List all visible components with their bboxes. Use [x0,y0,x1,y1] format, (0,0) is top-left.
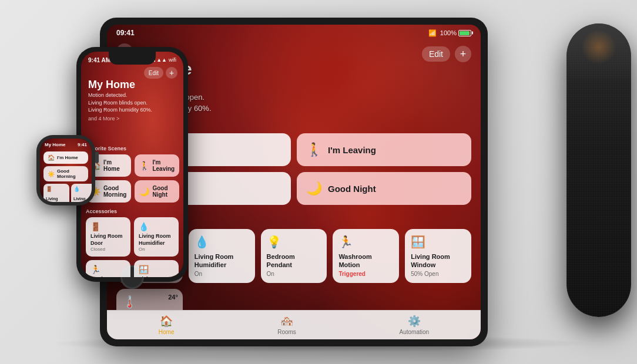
tab-rooms-icon: 🏘️ [280,315,293,328]
tab-rooms-label: Rooms [277,329,296,335]
watch-title: My Home [45,142,66,147]
watch-content: 🏠 I'm Home ☀️ Good Morning 🚪 Living Room… [43,151,88,202]
iphone-more-link[interactable]: and 4 More > [88,116,152,122]
iphone-leaving-label: I'm Leaving [152,159,175,172]
iphone-humid-name: Living Room Humidifier [139,233,174,247]
ipad-leaving-scene-label: I'm Leaving [328,145,376,155]
ipad-status-bar: 09:41 📶 100% [107,25,481,41]
ipad-pendant-icon: 💡 [267,235,321,249]
watch-morning-icon: ☀️ [48,171,55,177]
ipad-status-icons: 📶 100% [428,29,471,37]
iphone-add-button[interactable]: + [166,67,177,79]
ipad-motion-name: Washroom Motion [338,252,393,269]
ipad-motion-status: Triggered [338,271,393,277]
ipad-humid-icon: 💧 [195,235,249,249]
ipad-acc-temp[interactable]: 24° 🌡️ Living Room Temperature [116,289,183,310]
iphone-scene-leaving[interactable]: 🚶 I'm Leaving [135,154,179,177]
ipad-scene-night[interactable]: 🌙 Good Night [297,172,471,205]
ipad-edit-button[interactable]: Edit [422,46,450,62]
iphone-edit-button[interactable]: Edit [144,67,163,79]
iphone-motion-name: Washroom Motion [90,276,126,277]
iphone-humid-status: On [139,247,174,252]
iphone-acc-humid[interactable]: 💧 Living Room Humidifier On [134,217,179,257]
iphone-window-icon: 🪟 [139,265,174,274]
ipad-pendant-name: Bedroom Pendant [267,252,321,269]
ipad-window-icon: 🪟 [411,235,465,249]
ipad-window-name: Living Room Window [411,252,465,269]
iphone-leaving-icon: 🚶 [139,161,149,170]
ipad-humid-name: Living Room Humidifier [195,252,249,269]
wifi-icon: wifi [169,57,176,63]
iphone-motion-icon: 🏃 [90,265,126,274]
watch-home-icon: 🏠 [48,154,55,161]
ipad-acc-window[interactable]: 🪟 Living Room Window 50% Open [405,229,471,283]
iphone-night-label: Good Night [152,185,175,198]
tab-home[interactable]: 🏠 Home [159,315,175,335]
iphone-acc-door[interactable]: 🚪 Living Room Door Closed [86,217,130,257]
ipad-motion-icon: 🏃 [338,235,393,249]
ipad-night-scene-label: Good Night [328,184,376,194]
iphone-controls: Edit + [144,67,177,79]
iphone-door-status: Closed [90,247,126,252]
iphone-scene-night[interactable]: 🌙 Good Night [135,180,179,203]
ipad-battery: 100% [440,29,471,36]
watch-home-label: I'm Home [57,155,78,160]
ipad-bluetooth-icon: 📶 [428,29,437,37]
ipad-time: 09:41 [116,29,135,37]
ipad-pendant-status: On [267,271,321,277]
iphone-main-title: My Home [88,79,152,91]
tab-home-label: Home [159,329,175,335]
tab-automation[interactable]: ⚙️ Automation [400,315,430,335]
iphone-night-icon: 🌙 [139,187,149,196]
ipad-scene-leaving[interactable]: 🚶 I'm Leaving [297,133,471,166]
ipad-acc-pendant[interactable]: 💡 Bedroom Pendant On [261,229,327,283]
tab-automation-label: Automation [400,329,430,335]
watch-time: 9:41 [78,142,87,147]
watch-acc-door[interactable]: 🚪 Living Room Door [43,184,69,202]
iphone-humid-icon: 💧 [139,222,174,231]
iphone-door-icon: 🚪 [90,222,126,231]
ipad-window-status: 50% Open [411,271,465,277]
watch-scene-morning[interactable]: ☀️ Good Morning [43,166,88,181]
ipad-acc-motion[interactable]: 🏃 Washroom Motion Triggered [333,229,399,283]
ipad-humid-status: On [195,271,249,277]
iphone-title-area: My Home Motion detected.Living Room blin… [88,79,152,122]
homepod-body [566,23,631,317]
ipad-temp-value: 24° [168,294,178,301]
homepod-glow [581,29,616,65]
tab-automation-icon: ⚙️ [408,315,421,328]
ipad-leaving-scene-icon: 🚶 [306,142,322,157]
watch-crown [95,151,99,163]
iphone-acc-motion[interactable]: 🏃 Washroom Motion [86,260,130,277]
battery-pct-label: 100% [440,29,457,36]
iphone-time: 9:41 AM [88,57,110,63]
iphone-home-label: I'm Home [103,159,126,172]
iphone-acc-window[interactable]: 🪟 Living Room Window [134,260,179,277]
ipad-acc-humid[interactable]: 💧 Living Room Humidifier On [189,229,255,283]
tab-rooms[interactable]: 🏘️ Rooms [277,315,296,335]
iphone-notch [109,52,156,65]
main-scene: My Home 9:41 🏠 I'm Home ☀️ Good Morning … [0,0,637,364]
watch-acc-humid[interactable]: 💧 Living Room Humidifier [71,184,92,202]
ipad-night-scene-icon: 🌙 [306,181,322,196]
iphone-accessories-grid: 🚪 Living Room Door Closed 💧 Living Room … [86,217,179,277]
watch-scene-home[interactable]: 🏠 I'm Home [43,151,88,164]
iphone-subtitle: Motion detected.Living Room blinds open.… [88,92,152,114]
ipad-add-button[interactable]: + [455,46,471,62]
homepod-device [561,23,637,341]
watch-accessories: 🚪 Living Room Door 💧 Living Room Humidif… [43,184,88,202]
ipad-tab-bar: 🏠 Home 🏘️ Rooms ⚙️ Automation [107,310,481,339]
iphone-morning-label: Good Morning [103,185,126,198]
apple-watch: My Home 9:41 🏠 I'm Home ☀️ Good Morning … [31,135,101,220]
iphone-door-name: Living Room Door [90,233,126,247]
tab-home-icon: 🏠 [160,315,173,328]
watch-morning-label: Good Morning [57,168,84,179]
iphone-window-name: Living Room Window [139,276,174,277]
